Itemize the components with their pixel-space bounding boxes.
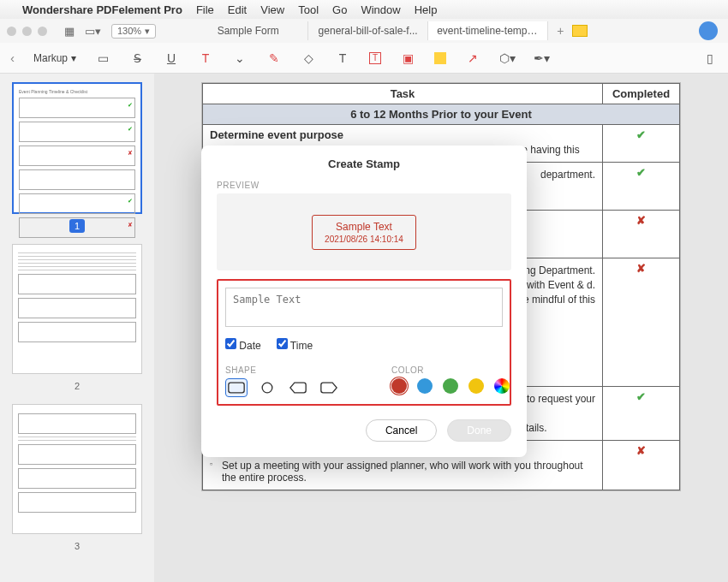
status-cross-icon: ✘ — [603, 258, 680, 387]
shape-circle[interactable] — [256, 378, 278, 397]
color-green[interactable] — [443, 378, 458, 394]
shape-label: SHAPE — [225, 365, 340, 375]
eraser-tool-icon[interactable]: ◇ — [301, 51, 316, 65]
sticky-note-tool-icon[interactable] — [434, 52, 446, 64]
caret-tool-icon[interactable]: ⌄ — [232, 51, 248, 65]
status-cross-icon: ✘ — [603, 441, 680, 490]
zoom-window-icon[interactable] — [38, 27, 47, 36]
done-button[interactable]: Done — [447, 419, 511, 442]
row-item: Set up a meeting with your assigned plan… — [210, 460, 595, 484]
menu-go[interactable]: Go — [332, 3, 347, 16]
col-task: Task — [203, 84, 603, 104]
highlighted-edit-region: Date Time SHAPE COLOR — [217, 279, 511, 406]
svg-point-1 — [262, 383, 272, 393]
menu-window[interactable]: Window — [361, 3, 400, 16]
shape-rounded-rect[interactable] — [225, 378, 248, 397]
color-blue[interactable] — [417, 378, 433, 394]
page-thumbnail-1[interactable]: Event Planning Timeline & Checklist ✔ ✔ … — [12, 82, 142, 214]
mac-menubar: Wondershare PDFelement Pro File Edit Vie… — [0, 0, 728, 19]
shape-tag-right[interactable] — [318, 378, 340, 397]
cancel-button[interactable]: Cancel — [366, 419, 437, 442]
pencil-tool-icon[interactable]: ✎ — [266, 51, 282, 65]
stamp-preview: Sample Text 2021/08/26 14:10:14 — [217, 193, 511, 270]
tab-event-timeline[interactable]: event-timeline-templa... — [428, 21, 548, 40]
status-check-icon: ✔ — [603, 125, 680, 163]
stamp-tool-icon[interactable]: ▣ — [400, 51, 415, 65]
properties-panel-icon[interactable]: ▯ — [702, 51, 718, 65]
menu-edit[interactable]: Edit — [228, 3, 247, 16]
menu-file[interactable]: File — [196, 3, 214, 16]
close-window-icon[interactable] — [7, 27, 16, 36]
page-thumbnail-2[interactable] — [12, 244, 142, 374]
highlight-tool-icon[interactable]: ▭ — [95, 51, 110, 65]
time-checkbox[interactable]: Time — [277, 338, 313, 352]
thumbnails-toggle-icon[interactable]: ▦ — [64, 25, 75, 38]
annotation-toolbar: ‹ Markup▾ ▭ S̶ U T ⌄ ✎ ◇ T T ▣ ↗ ⬡▾ ✒▾ ▯ — [0, 43, 728, 74]
app-name[interactable]: Wondershare PDFelement Pro — [22, 3, 182, 16]
create-stamp-dialog: Create Stamp PREVIEW Sample Text 2021/08… — [201, 146, 527, 457]
page-thumbnails-sidebar: Event Planning Timeline & Checklist ✔ ✔ … — [0, 74, 154, 582]
window-titlebar: ▦ ▭▾ 130%▾ Sample Form general-bill-of-s… — [0, 19, 728, 43]
color-yellow[interactable] — [468, 378, 484, 394]
preview-label: PREVIEW — [217, 181, 511, 190]
stamp-preview-text: Sample Text — [325, 221, 403, 233]
date-checkbox[interactable]: Date — [225, 338, 261, 352]
row-section: Determine event purpose — [210, 128, 595, 141]
stamp-preview-datetime: 2021/08/26 14:10:14 — [325, 235, 403, 244]
tab-bill-of-sale[interactable]: general-bill-of-sale-f... — [308, 21, 428, 40]
markup-mode-button[interactable]: Markup▾ — [33, 52, 76, 64]
color-custom[interactable] — [494, 378, 510, 394]
stamp-palette-icon[interactable] — [572, 25, 588, 37]
menu-view[interactable]: View — [260, 3, 284, 16]
col-completed: Completed — [603, 84, 680, 104]
color-red[interactable] — [391, 378, 407, 394]
underline-tool-icon[interactable]: U — [164, 51, 179, 65]
zoom-level-select[interactable]: 130%▾ — [111, 24, 156, 39]
menu-help[interactable]: Help — [415, 3, 438, 16]
traffic-lights[interactable] — [7, 27, 47, 36]
status-check-icon: ✔ — [603, 387, 680, 441]
shapes-tool-icon[interactable]: ⬡▾ — [499, 51, 515, 65]
dialog-title: Create Stamp — [217, 157, 511, 170]
new-tab-button[interactable]: + — [557, 24, 564, 38]
status-cross-icon: ✘ — [603, 211, 680, 258]
signature-tool-icon[interactable]: ✒▾ — [534, 51, 549, 65]
squiggly-tool-icon[interactable]: T — [198, 51, 213, 65]
page-thumbnail-3[interactable] — [12, 404, 142, 534]
text-callout-tool-icon[interactable]: T — [369, 52, 381, 64]
user-avatar[interactable] — [699, 21, 718, 40]
strikethrough-tool-icon[interactable]: S̶ — [129, 51, 145, 65]
textbox-tool-icon[interactable]: T — [335, 51, 350, 65]
section-band: 6 to 12 Months Prior to your Event — [203, 104, 680, 125]
minimize-window-icon[interactable] — [22, 27, 32, 36]
page-number: 3 — [75, 541, 80, 551]
shape-tag-left[interactable] — [287, 378, 309, 397]
status-check-icon: ✔ — [603, 163, 680, 211]
arrow-tool-icon[interactable]: ↗ — [465, 51, 480, 65]
view-mode-icon[interactable]: ▭▾ — [85, 25, 101, 38]
color-label: COLOR — [391, 365, 510, 375]
tab-sample-form[interactable]: Sample Form — [188, 21, 308, 40]
back-button[interactable]: ‹ — [10, 50, 15, 65]
page-number: 2 — [75, 381, 80, 391]
menu-tool[interactable]: Tool — [298, 3, 319, 16]
stamp-text-input[interactable] — [225, 288, 503, 327]
svg-rect-0 — [229, 383, 244, 393]
